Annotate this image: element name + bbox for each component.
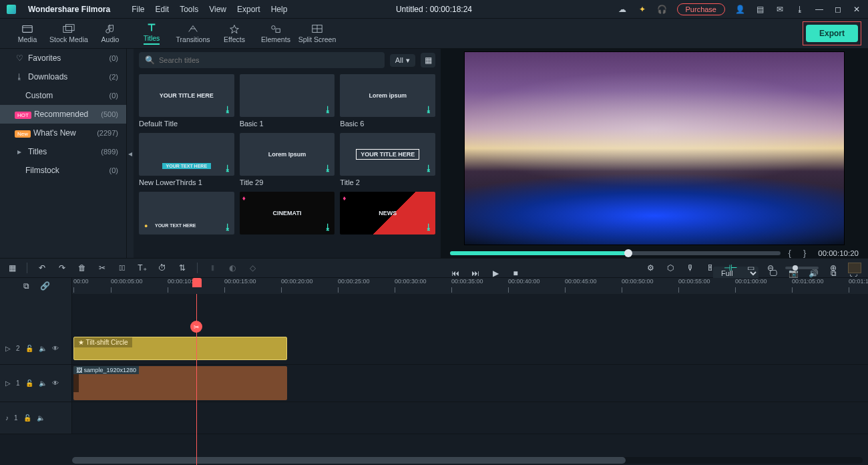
save-icon[interactable]: ▤ xyxy=(754,4,765,15)
link-icon[interactable]: 🔗 xyxy=(40,281,51,291)
download-icon[interactable]: ⭳ xyxy=(425,105,433,114)
snap-icon[interactable]: ⊣⊢ xyxy=(725,263,736,273)
download-icon[interactable]: ⭳ xyxy=(324,105,332,114)
visibility-icon[interactable]: 👁 xyxy=(52,345,59,352)
marker-out-icon[interactable]: } xyxy=(803,248,810,258)
track-audio1[interactable]: ♪1 🔓 🔈 xyxy=(0,402,868,434)
menu-tools[interactable]: Tools xyxy=(180,5,198,14)
color-icon[interactable]: ◐ xyxy=(227,263,238,273)
download-icon[interactable]: ⭳ xyxy=(425,164,433,173)
zoom-out-button[interactable]: ⊖ xyxy=(765,263,776,273)
marker-in-icon[interactable]: { xyxy=(789,248,795,258)
window-minimize-icon[interactable]: — xyxy=(815,5,824,14)
scope-icon[interactable] xyxy=(848,263,861,273)
delete-button[interactable]: 🗑 xyxy=(77,263,87,273)
clip-video[interactable]: 🖼 sample_1920x1280 xyxy=(73,366,287,400)
mute-icon[interactable]: 🔈 xyxy=(37,414,45,422)
preview-progress[interactable] xyxy=(450,251,781,255)
menu-file[interactable]: File xyxy=(132,5,144,14)
sidebar-item-recommended[interactable]: HOTRecommended(500) xyxy=(0,105,126,124)
lock-icon[interactable]: 🔓 xyxy=(23,414,31,422)
asset-item[interactable]: YOUR TITLE HERE⭳Default Title xyxy=(139,74,234,128)
marker-icon[interactable]: ⬡ xyxy=(665,263,676,273)
prev-frame-button[interactable]: ⏮ xyxy=(450,268,461,279)
sidebar-item-filmstock[interactable]: Filmstock(0) xyxy=(0,161,126,180)
menu-help[interactable]: Help xyxy=(271,5,288,14)
sidebar-item-whats-new[interactable]: NewWhat's New(2297) xyxy=(0,124,126,142)
download-icon[interactable]: ⭳ xyxy=(224,222,232,232)
notification-icon[interactable]: ✉ xyxy=(775,4,785,15)
tab-transitions[interactable]: Transitions xyxy=(172,19,214,49)
account-icon[interactable]: 👤 xyxy=(734,4,745,15)
search-box[interactable]: 🔍 xyxy=(139,52,385,68)
tab-split-screen[interactable]: Split Screen xyxy=(296,19,338,49)
timeline-hscrollbar[interactable] xyxy=(72,457,863,464)
mute-icon[interactable]: 🔈 xyxy=(39,345,47,352)
mic-record-icon[interactable]: ⭳ xyxy=(795,4,805,15)
asset-item[interactable]: NEWS♦⭳ xyxy=(340,192,435,237)
download-icon[interactable]: ⭳ xyxy=(425,222,433,232)
playhead-line[interactable] xyxy=(196,294,197,465)
fit-icon[interactable]: ▭ xyxy=(745,263,756,273)
undo-button[interactable]: ↶ xyxy=(37,263,47,273)
asset-item[interactable]: YOUR TITLE HERE⭳Title 2 xyxy=(340,133,435,186)
export-button[interactable]: Export xyxy=(806,25,858,42)
asset-item[interactable]: CINEMATI♦⭳ xyxy=(240,192,335,237)
asset-item[interactable]: ⭳Basic 1 xyxy=(240,74,335,128)
menu-edit[interactable]: Edit xyxy=(155,5,169,14)
grid-view-button[interactable]: ▦ xyxy=(421,53,435,67)
track-video2[interactable]: ▷2 🔓 🔈 👁 ★ Tilt-shift Circle xyxy=(0,333,868,365)
menu-export[interactable]: Export xyxy=(237,5,260,14)
timeline-ruler[interactable]: ⧉ 🔗 00:00 00:00:05:0000:00:10:0000:00:15… xyxy=(0,278,868,294)
duplicate-track-icon[interactable]: ⧉ xyxy=(21,281,32,291)
filter-dropdown[interactable]: All▾ xyxy=(390,54,415,67)
crop-icon[interactable]: ◯⃠ xyxy=(117,263,128,273)
collapse-sidebar-button[interactable]: ◂ xyxy=(127,49,134,258)
video-preview[interactable] xyxy=(464,51,845,245)
sidebar-item-downloads[interactable]: ⭳Downloads(2) xyxy=(0,67,126,86)
adjust-icon[interactable]: ⇅ xyxy=(177,263,188,273)
download-icon[interactable]: ⭳ xyxy=(224,164,232,173)
tab-elements[interactable]: Elements xyxy=(255,19,296,49)
play-button[interactable]: ▶ xyxy=(490,268,501,279)
redo-button[interactable]: ↷ xyxy=(57,263,67,273)
eq-icon[interactable]: ⦀ xyxy=(207,263,218,273)
menu-view[interactable]: View xyxy=(209,5,226,14)
playhead-grip[interactable]: ✂ xyxy=(190,321,202,333)
render-icon[interactable]: ⚙ xyxy=(645,263,656,273)
sidebar-item-titles[interactable]: ▸Titles(899) xyxy=(0,142,126,161)
lock-icon[interactable]: 🔓 xyxy=(25,345,33,352)
support-icon[interactable]: 🎧 xyxy=(657,4,668,15)
asset-item[interactable]: Lorem Ipsum⭳Title 29 xyxy=(240,133,335,186)
mixer-icon[interactable]: 🎚 xyxy=(705,263,716,273)
keyframe-icon[interactable]: ◇ xyxy=(247,263,258,273)
mute-icon[interactable]: 🔈 xyxy=(39,379,47,387)
zoom-slider[interactable] xyxy=(785,267,819,269)
next-frame-button[interactable]: ⏭ xyxy=(470,268,481,279)
asset-item[interactable]: YOUR TEXT HERE●⭳ xyxy=(139,192,234,237)
search-input[interactable] xyxy=(159,56,379,64)
text-tool-icon[interactable]: T₊ xyxy=(137,263,148,273)
tab-stock-media[interactable]: Stock Media xyxy=(48,19,89,49)
layout-icon[interactable]: ▦ xyxy=(7,263,17,273)
window-close-icon[interactable]: ✕ xyxy=(852,5,861,14)
tab-titles[interactable]: Titles xyxy=(131,19,172,49)
playhead-marker[interactable] xyxy=(192,278,202,287)
download-icon[interactable]: ⭳ xyxy=(324,164,332,173)
asset-item[interactable]: Lorem ipsum⭳Basic 6 xyxy=(340,74,435,128)
asset-item[interactable]: YOUR TEXT HERE⭳New LowerThirds 1 xyxy=(139,133,234,186)
sidebar-item-custom[interactable]: Custom(0) xyxy=(0,86,126,105)
purchase-button[interactable]: Purchase xyxy=(677,3,725,15)
tip-icon[interactable]: ✦ xyxy=(637,4,648,15)
clip-effect[interactable]: ★ Tilt-shift Circle xyxy=(73,337,287,360)
cloud-icon[interactable]: ☁ xyxy=(617,4,628,15)
speed-icon[interactable]: ⏱ xyxy=(157,263,168,273)
tab-audio[interactable]: Audio xyxy=(89,19,131,49)
stop-button[interactable]: ■ xyxy=(510,268,521,279)
cut-button[interactable]: ✂ xyxy=(97,263,107,273)
visibility-icon[interactable]: 👁 xyxy=(52,379,59,387)
zoom-in-button[interactable]: ⊕ xyxy=(828,263,839,273)
lock-icon[interactable]: 🔓 xyxy=(25,379,33,387)
window-maximize-icon[interactable]: ◻ xyxy=(833,5,843,14)
tab-effects[interactable]: Effects xyxy=(214,19,255,49)
